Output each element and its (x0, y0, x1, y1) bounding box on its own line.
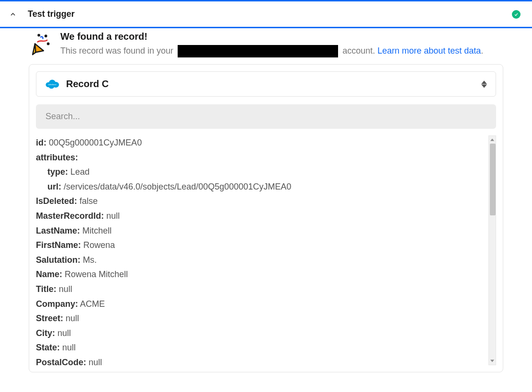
scrollbar[interactable] (488, 135, 496, 365)
svg-text:salesforce: salesforce (48, 83, 56, 85)
banner-title: We found a record! (60, 31, 483, 42)
record-field-row: attributes: (36, 150, 487, 165)
field-key: url: (47, 182, 61, 191)
record-field-row: url: /services/data/v46.0/sobjects/Lead/… (36, 179, 487, 194)
found-record-banner: We found a record! This record was found… (29, 28, 503, 64)
record-field-row: City: null (36, 326, 487, 341)
field-key: Title: (36, 284, 57, 294)
record-field-row: Name: Rowena Mitchell (36, 267, 487, 282)
banner-sub-post: account. (340, 46, 377, 56)
field-value: null (59, 284, 72, 294)
svg-marker-10 (490, 139, 494, 141)
field-value: 00Q5g000001CyJMEA0 (49, 138, 142, 147)
record-field-row: Salutation: Ms. (36, 253, 487, 268)
record-select[interactable]: salesforce Record C (36, 71, 496, 97)
record-body: id: 00Q5g000001CyJMEA0attributes:type: L… (36, 135, 496, 365)
scroll-up-icon[interactable] (489, 136, 496, 144)
field-value: null (57, 328, 71, 338)
svg-marker-9 (481, 84, 487, 88)
field-key: IsDeleted: (36, 196, 77, 206)
record-field-row: type: Lead (36, 165, 487, 179)
svg-marker-11 (490, 360, 494, 362)
field-value: Lead (70, 167, 90, 177)
record-field-row: id: 00Q5g000001CyJMEA0 (36, 135, 487, 150)
field-key: attributes: (36, 153, 78, 162)
record-field-row: IsDeleted: false (36, 194, 487, 209)
scroll-down-icon[interactable] (489, 357, 496, 365)
field-value: ACME (80, 299, 105, 309)
field-value: Rowena Mitchell (65, 269, 128, 279)
field-value: Rowena (83, 240, 115, 250)
field-key: MasterRecordId: (36, 211, 104, 221)
field-key: id: (36, 138, 46, 147)
sort-icon (481, 80, 487, 88)
field-key: PostalCode: (36, 358, 86, 365)
field-key: type: (47, 167, 68, 177)
success-check-icon (512, 10, 521, 19)
record-fields-list: id: 00Q5g000001CyJMEA0attributes:type: L… (36, 135, 487, 365)
banner-subtitle: This record was found in your account. L… (60, 45, 483, 57)
section-title: Test trigger (28, 9, 75, 19)
field-key: State: (36, 343, 60, 352)
redacted-account-name (178, 45, 338, 57)
svg-marker-8 (481, 80, 487, 84)
banner-period: . (481, 46, 483, 56)
field-value: null (89, 358, 102, 365)
field-value: Mitchell (82, 226, 112, 235)
selected-record-name: Record C (66, 78, 109, 90)
collapse-chevron-icon[interactable] (9, 10, 17, 19)
field-value: null (62, 343, 76, 352)
search-input[interactable] (45, 111, 487, 122)
record-field-row: LastName: Mitchell (36, 224, 487, 238)
record-field-row: MasterRecordId: null (36, 209, 487, 224)
field-key: Company: (36, 299, 78, 309)
field-value: false (79, 196, 98, 206)
svg-point-1 (47, 43, 49, 45)
record-field-row: Street: null (36, 311, 487, 326)
record-field-row: Company: ACME (36, 297, 487, 312)
trigger-header: Test trigger (0, 1, 532, 27)
record-field-row: State: null (36, 340, 487, 355)
svg-point-0 (38, 34, 40, 36)
record-field-row: PostalCode: null (36, 355, 487, 365)
field-key: LastName: (36, 226, 80, 235)
salesforce-logo-icon: salesforce (45, 79, 59, 90)
field-key: Street: (36, 314, 63, 323)
field-key: City: (36, 328, 55, 338)
field-key: FirstName: (36, 240, 81, 250)
record-field-row: Title: null (36, 282, 487, 297)
record-card: salesforce Record C id: 00Q5g000001CyJME… (29, 64, 503, 372)
learn-more-link[interactable]: Learn more about test data (377, 46, 481, 56)
field-value: /services/data/v46.0/sobjects/Lead/00Q5g… (64, 182, 291, 191)
field-key: Name: (36, 269, 62, 279)
field-key: Salutation: (36, 255, 80, 265)
party-popper-icon (29, 31, 56, 57)
field-value: null (106, 211, 120, 221)
record-field-row: FirstName: Rowena (36, 238, 487, 253)
scroll-thumb[interactable] (490, 144, 496, 215)
banner-sub-pre: This record was found in your (60, 46, 176, 56)
field-value: null (66, 314, 79, 323)
field-value: Ms. (83, 255, 97, 265)
svg-point-2 (45, 35, 46, 37)
search-box (36, 104, 496, 129)
